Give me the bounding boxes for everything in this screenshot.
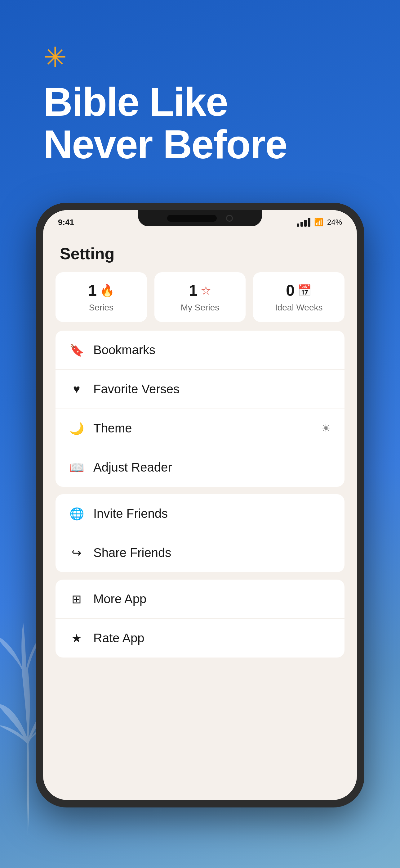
calendar-icon: 📅 <box>298 284 312 297</box>
page-title: Setting <box>43 235 357 272</box>
more-app-label: More App <box>93 592 331 606</box>
status-indicators: 📶 24% <box>297 218 342 227</box>
favorite-verses-label: Favorite Verses <box>93 382 331 396</box>
star-outline-icon: ☆ <box>201 284 211 298</box>
status-time: 9:41 <box>58 218 74 227</box>
menu-item-invite-friends[interactable]: 🌐 Invite Friends <box>56 494 344 533</box>
ideal-weeks-count: 0 <box>286 282 295 300</box>
menu-group-3: ⊞ More App ★ Rate App <box>56 580 344 657</box>
globe-icon: 🌐 <box>69 507 84 521</box>
series-count: 1 <box>88 282 97 300</box>
bookmarks-label: Bookmarks <box>93 343 331 357</box>
stats-row: 1 🔥 Series 1 ☆ My Series <box>56 272 344 322</box>
phone-notch <box>138 210 262 226</box>
screen-content: Setting 1 🔥 Series 1 ☆ <box>43 232 357 657</box>
share-friends-label: Share Friends <box>93 546 331 560</box>
app-logo-icon: ✳ <box>43 43 369 71</box>
menu-item-share-friends[interactable]: ↪ Share Friends <box>56 533 344 572</box>
series-label: Series <box>89 303 113 313</box>
bookmark-icon: 🔖 <box>69 343 84 357</box>
share-icon: ↪ <box>69 546 84 560</box>
rate-app-label: Rate App <box>93 631 331 645</box>
star-filled-icon: ★ <box>69 631 84 645</box>
sun-icon[interactable]: ☀ <box>321 422 331 435</box>
menu-item-adjust-reader[interactable]: 📖 Adjust Reader <box>56 448 344 487</box>
fire-icon: 🔥 <box>100 284 114 298</box>
adjust-reader-icon: 📖 <box>69 461 84 474</box>
menu-group-2: 🌐 Invite Friends ↪ Share Friends <box>56 494 344 572</box>
invite-friends-label: Invite Friends <box>93 507 331 521</box>
menu-item-favorite-verses[interactable]: ♥ Favorite Verses <box>56 370 344 409</box>
hero-title: Bible Like Never Before <box>43 81 369 165</box>
menu-item-theme[interactable]: 🌙 Theme ☀ <box>56 409 344 448</box>
plus-box-icon: ⊞ <box>69 592 84 606</box>
adjust-reader-label: Adjust Reader <box>93 460 331 474</box>
wifi-icon: 📶 <box>314 218 324 227</box>
ideal-weeks-label: Ideal Weeks <box>275 303 323 313</box>
heart-icon: ♥ <box>69 382 84 396</box>
phone-screen: 9:41 📶 24% Setting <box>43 210 357 800</box>
my-series-label: My Series <box>181 303 219 313</box>
signal-icon <box>297 218 310 227</box>
my-series-count: 1 <box>189 282 198 300</box>
menu-item-more-app[interactable]: ⊞ More App <box>56 580 344 619</box>
phone-frame: 9:41 📶 24% Setting <box>36 203 364 807</box>
stat-card-my-series[interactable]: 1 ☆ My Series <box>155 272 246 322</box>
theme-label: Theme <box>93 421 312 435</box>
battery-indicator: 24% <box>327 218 342 227</box>
menu-item-bookmarks[interactable]: 🔖 Bookmarks <box>56 331 344 370</box>
stat-card-series[interactable]: 1 🔥 Series <box>56 272 147 322</box>
menu-group-1: 🔖 Bookmarks ♥ Favorite Verses 🌙 Theme ☀ … <box>56 331 344 487</box>
stat-card-ideal-weeks[interactable]: 0 📅 Ideal Weeks <box>253 272 344 322</box>
menu-item-rate-app[interactable]: ★ Rate App <box>56 619 344 657</box>
moon-icon: 🌙 <box>69 422 84 435</box>
